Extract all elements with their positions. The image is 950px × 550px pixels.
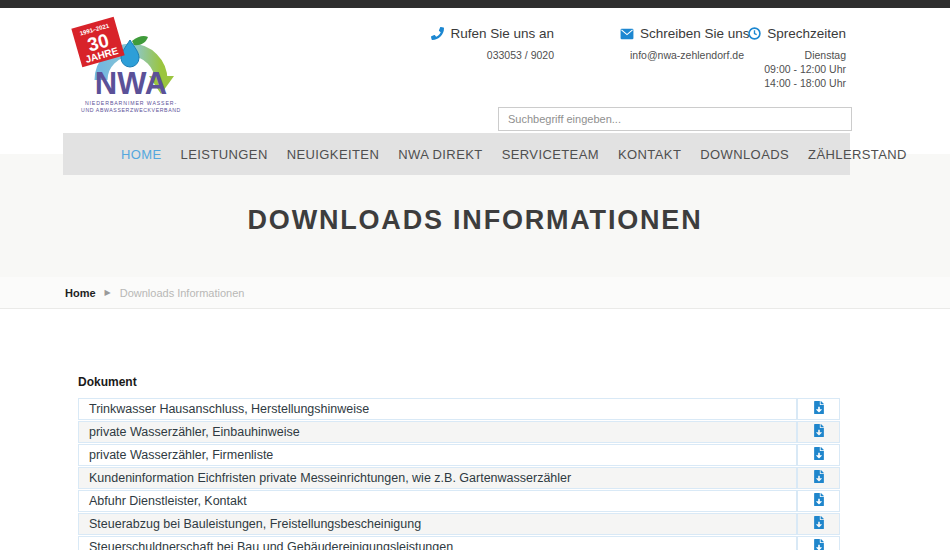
nav-item-leistungen[interactable]: LEISTUNGEN — [181, 147, 268, 162]
document-title: Steuerschuldnerschaft bei Bau und Gebäud… — [78, 536, 797, 550]
file-download-icon[interactable] — [814, 470, 824, 483]
breadcrumb: Home ▶ Downloads Informationen — [0, 277, 950, 309]
table-row: Steuerabzug bei Bauleistungen, Freistell… — [78, 513, 840, 535]
top-bar — [0, 0, 950, 8]
download-cell — [797, 444, 840, 466]
document-title: Abfuhr Dienstleister, Kontakt — [78, 490, 797, 512]
download-cell — [797, 490, 840, 512]
document-title: private Wasserzähler, Firmenliste — [78, 444, 797, 466]
hours-label: Sprechzeiten — [767, 26, 846, 41]
brand-text: NWA — [95, 66, 167, 101]
table-row: private Wasserzähler, Einbauhinweise — [78, 421, 840, 443]
search-input[interactable] — [498, 107, 852, 131]
document-title: Kundeninformation Eichfristen private Me… — [78, 467, 797, 489]
brand-subtitle-2: UND ABWASSERZWECKVERBAND — [81, 107, 181, 113]
contact-hours: Sprechzeiten Dienstag 09:00 - 12:00 Uhr … — [722, 26, 846, 90]
hours-day: Dienstag — [722, 48, 846, 62]
download-cell — [797, 467, 840, 489]
nav-item-neuigkeiten[interactable]: NEUIGKEITEN — [287, 147, 380, 162]
breadcrumb-arrow-icon: ▶ — [105, 288, 111, 297]
file-download-icon[interactable] — [814, 401, 824, 414]
downloads-table: Dokument Trinkwasser Hausanschluss, Hers… — [78, 375, 840, 550]
nav-item-downloads[interactable]: DOWNLOADS — [700, 147, 789, 162]
file-download-icon[interactable] — [814, 493, 824, 506]
breadcrumb-home-link[interactable]: Home — [65, 287, 96, 299]
nav-item-serviceteam[interactable]: SERVICETEAM — [502, 147, 599, 162]
breadcrumb-current: Downloads Informationen — [120, 287, 245, 299]
table-row: private Wasserzähler, Firmenliste — [78, 444, 840, 466]
phone-icon — [431, 27, 444, 40]
hours-time-1: 09:00 - 12:00 Uhr — [722, 62, 846, 76]
nav-item-kontakt[interactable]: KONTAKT — [618, 147, 681, 162]
nwa-logo[interactable]: NWA NIEDERBARNIMER WASSER- UND ABWASSERZ… — [68, 14, 188, 114]
download-cell — [797, 536, 840, 550]
phone-label: Rufen Sie uns an — [450, 26, 554, 41]
clock-icon — [748, 27, 761, 40]
search-box — [498, 107, 852, 131]
page: NWA NIEDERBARNIMER WASSER- UND ABWASSERZ… — [0, 0, 950, 550]
nav-item-nwa-direkt[interactable]: NWA DIREKT — [398, 147, 482, 162]
nav-item-home[interactable]: HOME — [121, 147, 162, 162]
download-cell — [797, 421, 840, 443]
envelope-icon — [620, 28, 634, 40]
table-column-header: Dokument — [78, 375, 840, 389]
document-title: Trinkwasser Hausanschluss, Herstellungsh… — [78, 398, 797, 420]
download-cell — [797, 513, 840, 535]
table-row: Steuerschuldnerschaft bei Bau und Gebäud… — [78, 536, 840, 550]
brand-subtitle-1: NIEDERBARNIMER WASSER- — [85, 100, 177, 106]
main-nav: HOME LEISTUNGEN NEUIGKEITEN NWA DIREKT S… — [63, 133, 850, 175]
table-row: Trinkwasser Hausanschluss, Herstellungsh… — [78, 398, 840, 420]
phone-number[interactable]: 033053 / 9020 — [430, 48, 554, 62]
table-row: Abfuhr Dienstleister, Kontakt — [78, 490, 840, 512]
file-download-icon[interactable] — [814, 516, 824, 529]
main-content: Dokument Trinkwasser Hausanschluss, Hers… — [0, 309, 950, 550]
table-row: Kundeninformation Eichfristen private Me… — [78, 467, 840, 489]
file-download-icon[interactable] — [814, 447, 824, 460]
download-cell — [797, 398, 840, 420]
document-title: private Wasserzähler, Einbauhinweise — [78, 421, 797, 443]
hours-time-2: 14:00 - 18:00 Uhr — [722, 76, 846, 90]
nav-item-zaehlerstand[interactable]: ZÄHLERSTAND — [808, 147, 907, 162]
contact-phone: Rufen Sie uns an 033053 / 9020 — [430, 26, 554, 62]
file-download-icon[interactable] — [814, 424, 824, 437]
file-download-icon[interactable] — [814, 539, 824, 550]
document-title: Steuerabzug bei Bauleistungen, Freistell… — [78, 513, 797, 535]
